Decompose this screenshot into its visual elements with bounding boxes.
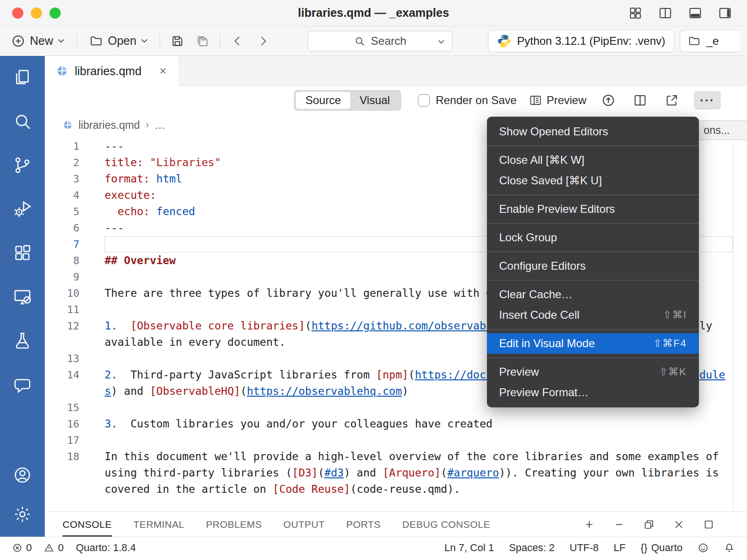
toggle-right-panel-icon[interactable] (715, 4, 735, 22)
line-number[interactable]: 8 (45, 252, 79, 269)
line-number[interactable]: 14 (45, 367, 79, 399)
menu-item[interactable]: Show Opened Editors (487, 121, 699, 142)
new-button[interactable]: New (7, 32, 69, 50)
split-editor-icon[interactable] (630, 91, 650, 109)
breadcrumb-file[interactable]: libraries.qmd (78, 119, 140, 132)
panel-tab-ports[interactable]: PORTS (346, 512, 381, 537)
sessions-monitor-icon[interactable] (12, 287, 33, 307)
line-number[interactable]: 11 (45, 301, 79, 318)
line-number[interactable]: 9 (45, 269, 79, 285)
line-number[interactable]: 5 (45, 203, 79, 220)
line-number[interactable]: 4 (45, 187, 79, 203)
panel-restore-icon[interactable] (641, 517, 657, 532)
code-text[interactable]: In this document we'll provide a high-le… (105, 448, 733, 497)
customize-layout-icon[interactable] (626, 4, 645, 22)
line-number[interactable]: 12 (45, 318, 79, 350)
panel-close-icon[interactable] (670, 517, 687, 532)
editor-scrollbar[interactable] (733, 135, 747, 511)
line-number[interactable]: 6 (45, 220, 79, 236)
search-input[interactable]: Search (308, 31, 452, 51)
open-button[interactable]: Open (85, 32, 152, 50)
menu-item[interactable]: Preview Format… (487, 382, 699, 403)
breadcrumb-more[interactable]: … (155, 119, 165, 132)
toggle-bottom-panel-icon[interactable] (685, 4, 705, 22)
bottom-panel-tabbar: CONSOLETERMINALPROBLEMSOUTPUTPORTSDEBUG … (45, 511, 747, 537)
testing-flask-icon[interactable] (12, 330, 33, 351)
code-text[interactable] (105, 432, 733, 448)
menu-item[interactable]: Configure Editors (487, 256, 699, 276)
line-number[interactable]: 17 (45, 432, 79, 448)
back-icon[interactable] (228, 32, 247, 50)
more-actions-button[interactable]: ··· (694, 91, 721, 110)
run-debug-icon[interactable] (12, 199, 33, 219)
source-control-icon[interactable] (12, 155, 33, 175)
account-icon[interactable] (12, 465, 33, 485)
explorer-icon[interactable] (12, 67, 33, 88)
open-external-icon[interactable] (662, 91, 682, 109)
chevron-down-icon (58, 39, 64, 43)
forward-icon[interactable] (253, 32, 273, 50)
toggle-split-layout-icon[interactable] (655, 4, 675, 22)
preview-button[interactable]: Preview (529, 94, 586, 107)
panel-tab-console[interactable]: CONSOLE (63, 512, 112, 537)
menu-item[interactable]: Edit in Visual Mode⇧⌘F4 (487, 333, 699, 354)
search-icon[interactable] (12, 111, 33, 132)
menu-item[interactable]: Close All [⌘K W] (487, 150, 699, 170)
line-number[interactable]: 15 (45, 399, 79, 416)
render-on-save-checkbox[interactable] (418, 94, 430, 106)
workspace-selector[interactable]: _e (680, 30, 740, 52)
line-number[interactable]: 13 (45, 350, 79, 367)
save-icon[interactable] (168, 32, 187, 50)
close-tab-icon[interactable] (158, 66, 168, 76)
menu-item[interactable]: Insert Code Cell⇧⌘I (487, 305, 699, 325)
cursor-position[interactable]: Ln 7, Col 1 (444, 542, 494, 554)
panel-tab-problems[interactable]: PROBLEMS (206, 512, 262, 537)
close-window-button[interactable] (12, 7, 23, 19)
line-number[interactable]: 3 (45, 171, 79, 187)
language-mode[interactable]: {} Quarto (641, 542, 683, 554)
line-number[interactable]: 10 (45, 285, 79, 301)
menu-item[interactable]: Preview⇧⌘K (487, 362, 699, 382)
encoding-setting[interactable]: UTF-8 (570, 542, 599, 554)
publish-icon[interactable] (599, 91, 618, 109)
line-number[interactable]: 7 (45, 236, 79, 252)
save-all-icon[interactable] (193, 32, 212, 50)
zoom-window-button[interactable] (49, 7, 61, 19)
menu-separator (487, 223, 699, 224)
warning-count[interactable]: 0 (44, 542, 63, 554)
line-number[interactable]: 1 (45, 138, 79, 154)
code-text[interactable]: 3. Custom libraries you and/or your coll… (105, 416, 733, 432)
menu-item-label: Preview Format… (499, 386, 589, 399)
visual-mode-button[interactable]: Visual (350, 92, 399, 109)
panel-minimize-icon[interactable] (611, 517, 627, 532)
menu-item[interactable]: Close Saved [⌘K U] (487, 170, 699, 191)
menu-item[interactable]: Clear Cache… (487, 284, 699, 305)
interpreter-selector[interactable]: Python 3.12.1 (PipEnv: .venv) (488, 30, 675, 52)
line-number[interactable]: 18 (45, 448, 79, 497)
minimize-window-button[interactable] (31, 7, 42, 19)
tab-strip: libraries.qmd (45, 56, 747, 86)
line-number[interactable]: 16 (45, 416, 79, 432)
extensions-icon[interactable] (12, 243, 33, 263)
tab-libraries-qmd[interactable]: libraries.qmd (45, 56, 179, 86)
menu-item-label: Show Opened Editors (499, 125, 608, 138)
panel-maximize-icon[interactable] (700, 517, 717, 532)
line-number[interactable]: 2 (45, 154, 79, 171)
panel-plus-icon[interactable] (581, 517, 598, 532)
error-count[interactable]: 0 (12, 542, 32, 554)
indentation-setting[interactable]: Spaces: 2 (509, 542, 555, 554)
chat-icon[interactable] (12, 374, 33, 395)
panel-tab-debug-console[interactable]: DEBUG CONSOLE (402, 512, 490, 537)
panel-tab-output[interactable]: OUTPUT (283, 512, 325, 537)
notifications-bell-icon[interactable] (724, 542, 735, 553)
source-mode-button[interactable]: Source (296, 92, 350, 109)
folder-icon (89, 34, 103, 48)
quarto-version[interactable]: Quarto: 1.8.4 (76, 542, 136, 554)
menu-item[interactable]: Lock Group (487, 227, 699, 248)
feedback-smiley-icon[interactable] (698, 542, 709, 553)
settings-gear-icon[interactable] (12, 504, 33, 525)
eol-setting[interactable]: LF (613, 542, 626, 554)
panel-tab-terminal[interactable]: TERMINAL (134, 512, 184, 537)
menu-item[interactable]: Enable Preview Editors (487, 199, 699, 219)
plus-circle-icon (11, 34, 25, 48)
